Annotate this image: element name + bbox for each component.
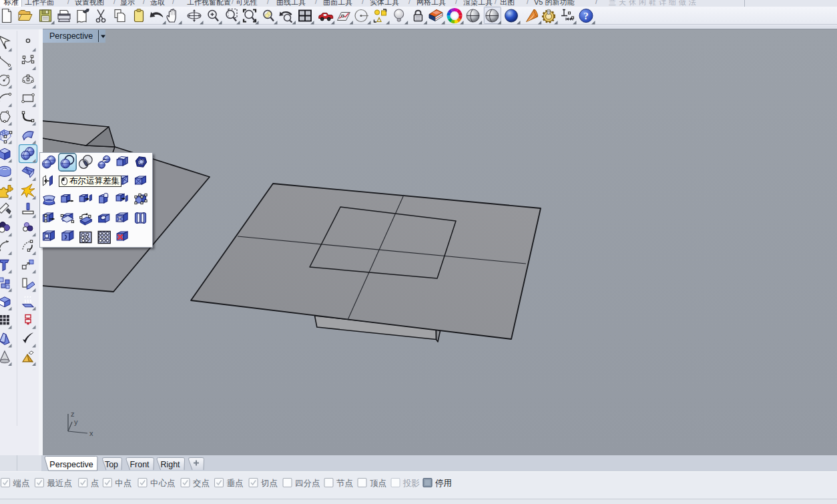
svg-text:y: y xyxy=(74,418,78,426)
svg-text:投影: 投影 xyxy=(402,479,420,488)
svg-text:Perspective: Perspective xyxy=(49,460,93,469)
svg-text:Front: Front xyxy=(129,460,150,469)
svg-text:顶点: 顶点 xyxy=(370,479,386,488)
svg-text:点: 点 xyxy=(91,479,99,488)
svg-text:切点: 切点 xyxy=(260,479,278,488)
svg-text:Top: Top xyxy=(105,460,118,469)
svg-text:中点: 中点 xyxy=(115,479,131,488)
svg-text:?: ? xyxy=(583,11,589,21)
svg-text:端点: 端点 xyxy=(13,479,30,488)
svg-text:Right: Right xyxy=(160,460,180,469)
svg-text:最近点: 最近点 xyxy=(47,479,72,488)
svg-text:z: z xyxy=(71,410,75,418)
svg-text:垂点: 垂点 xyxy=(227,479,244,488)
svg-text:停用: 停用 xyxy=(435,479,452,488)
svg-text:x: x xyxy=(89,429,93,437)
svg-text:交点: 交点 xyxy=(193,479,210,488)
svg-text:中心点: 中心点 xyxy=(150,479,176,488)
svg-text:四分点: 四分点 xyxy=(295,479,320,488)
svg-text:节点: 节点 xyxy=(336,479,353,488)
